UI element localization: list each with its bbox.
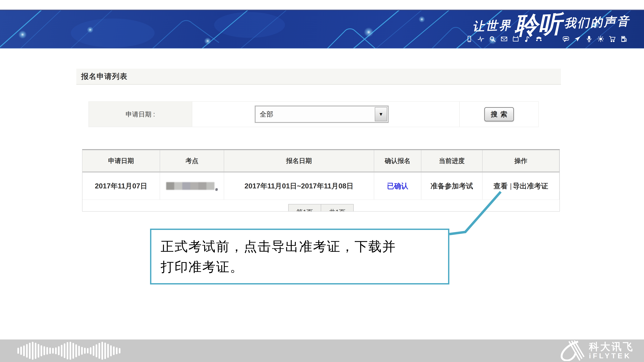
- exam-site-redacted-mark: [215, 188, 218, 191]
- select-dropdown-button[interactable]: ▼: [375, 107, 387, 121]
- slogan-part3: 我们的声音: [564, 13, 630, 36]
- banner-icon-row: [466, 35, 627, 42]
- brand-name-english: iFLYTEK: [589, 352, 634, 360]
- pulse-icon: [478, 35, 484, 42]
- action-separator: |: [510, 182, 512, 190]
- fuel-icon: [620, 35, 627, 42]
- view-link[interactable]: 查看: [494, 181, 508, 191]
- slogan-part2: 聆听: [514, 12, 562, 37]
- mail-icon: [501, 35, 508, 42]
- header-exam-site: 考点: [160, 150, 224, 172]
- filter-select-cell: 全部 ▼: [192, 102, 459, 127]
- table-header-row: 申请日期 考点 报名日期 确认报名 当前进度 操作: [82, 150, 560, 172]
- page: 让世界 聆听 我们的声音 报名申请列表 申请日期 : 全部: [0, 0, 644, 362]
- pagination-current-page[interactable]: 第1页: [288, 204, 321, 212]
- panel-title-bar: 报名申请列表: [76, 69, 561, 85]
- brand-name-chinese: 科大讯飞: [589, 342, 634, 352]
- iflytek-logo-icon: [556, 341, 586, 361]
- sun-icon: [597, 35, 604, 42]
- mic-icon: [586, 35, 592, 42]
- page-title: 报名申请列表: [81, 71, 128, 81]
- apply-date-label: 申请日期 :: [89, 102, 192, 127]
- header-apply-date: 申请日期: [82, 150, 160, 172]
- footer-bar: 科大讯飞 iFLYTEK: [0, 340, 644, 362]
- apply-date-select-value: 全部: [260, 106, 273, 122]
- tv-icon: [512, 35, 519, 42]
- cell-reg-period: 2017年11月01日~2017年11月08日: [224, 172, 374, 200]
- cell-apply-date: 2017年11月07日: [82, 172, 160, 200]
- chevron-down-icon: ▼: [378, 111, 383, 117]
- voice-waveform-logo: [18, 340, 120, 362]
- music-icon: [524, 35, 531, 42]
- cart-icon: [609, 35, 616, 42]
- header-confirm: 确认报名: [374, 150, 421, 172]
- header-actions: 操作: [482, 150, 560, 172]
- handset-icon: [536, 35, 542, 42]
- filter-bar: 申请日期 : 全部 ▼ 搜索: [88, 101, 539, 127]
- top-banner: 让世界 聆听 我们的声音: [0, 10, 644, 49]
- header-reg-period: 报名日期: [224, 150, 374, 172]
- header-progress: 当前进度: [421, 150, 482, 172]
- pagination-total-pages: 共1页: [321, 204, 354, 212]
- filter-button-cell: 搜索: [459, 102, 538, 127]
- iflytek-brand: 科大讯飞 iFLYTEK: [556, 340, 634, 362]
- iflytek-brand-names: 科大讯飞 iFLYTEK: [589, 342, 634, 360]
- apply-date-select[interactable]: 全部 ▼: [255, 106, 388, 123]
- search-button[interactable]: 搜索: [484, 107, 514, 121]
- plane-icon: [574, 35, 581, 42]
- callout-connector-line: [446, 190, 506, 238]
- export-admission-ticket-link[interactable]: 导出准考证: [513, 181, 548, 191]
- chat-icon: [562, 35, 569, 42]
- cell-confirm-status: 已确认: [374, 172, 421, 200]
- confirmed-link[interactable]: 已确认: [387, 181, 408, 191]
- phone-icon: [466, 35, 473, 42]
- cell-exam-site: [160, 172, 224, 200]
- callout-text: 正式考试前，点击导出准考证，下载并打印准考证。: [161, 236, 407, 277]
- search-icon: [489, 35, 496, 42]
- exam-site-redacted-block: [166, 182, 214, 190]
- callout-box: 正式考试前，点击导出准考证，下载并打印准考证。: [150, 229, 449, 285]
